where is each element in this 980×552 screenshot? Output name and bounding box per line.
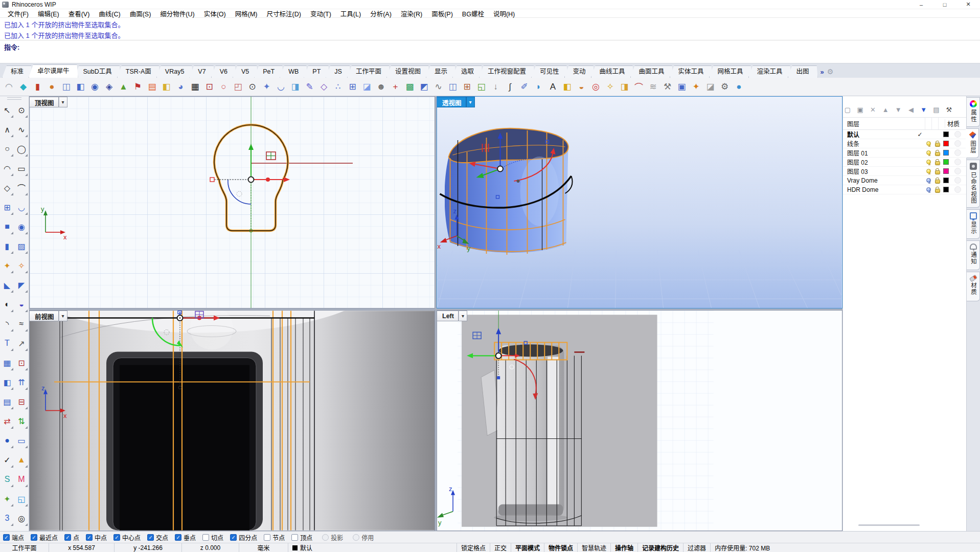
status-toggle[interactable]: 物件锁点 <box>544 543 578 552</box>
osnap-checkbox[interactable]: ✓ <box>230 534 237 541</box>
tab-overflow-icon[interactable]: » <box>821 68 824 76</box>
toolbar-icon[interactable]: ◕ <box>174 80 188 94</box>
osnap-checkbox[interactable]: ✓ <box>147 534 154 541</box>
menu-item[interactable]: BG螺栓 <box>458 9 489 18</box>
sidebar-tool-icon[interactable]: ⇈ <box>14 372 29 392</box>
toolbar-icon[interactable]: ◱ <box>474 80 488 94</box>
toolbar-icon[interactable]: ⊙ <box>245 80 259 94</box>
tab-settings-gear-icon[interactable]: ⚙ <box>827 68 834 76</box>
toolbar-icon[interactable]: ▲ <box>117 80 130 94</box>
layer-visibility-bulb-icon[interactable] <box>926 150 931 155</box>
minimize-button[interactable]: – <box>909 0 933 9</box>
toolbar-icon[interactable]: + <box>389 80 402 94</box>
osnap-checkbox[interactable]: ✓ <box>291 534 298 541</box>
menu-item[interactable]: 渲染(R) <box>396 9 427 18</box>
toolbar-icon[interactable]: ≋ <box>646 80 660 94</box>
sidebar-tool-icon[interactable]: ◯ <box>14 139 29 159</box>
toolbar-tab[interactable]: 卓尔谟犀牛 <box>29 64 78 78</box>
viewport-menu-arrow-icon[interactable]: ▾ <box>466 97 475 107</box>
toolbar-tab[interactable]: VRay5 <box>156 65 193 78</box>
sidebar-tool-icon[interactable]: ◇ <box>0 178 14 197</box>
panel-tool-icon[interactable]: ▼ <box>919 105 928 115</box>
menu-item[interactable]: 曲线(C) <box>94 9 125 18</box>
sidebar-tool-icon[interactable]: ✦ <box>0 256 14 275</box>
osnap-toggle[interactable]: ✓ 停用 <box>353 533 374 542</box>
sidebar-tool-icon[interactable]: ✓ <box>0 450 14 470</box>
toolbar-icon[interactable]: ◩ <box>417 80 431 94</box>
sidebar-tool-icon[interactable]: ⇅ <box>14 411 29 431</box>
osnap-toggle[interactable]: ✓ 节点 <box>264 533 285 542</box>
toolbar-icon[interactable]: ● <box>45 80 59 94</box>
sidebar-tool-icon[interactable]: ⇄ <box>0 411 14 431</box>
viewport-left[interactable]: Left ▾ <box>437 310 842 531</box>
viewport-left-label[interactable]: Left ▾ <box>437 311 467 321</box>
toolbar-icon[interactable]: ◆ <box>16 80 30 94</box>
layer-color-swatch[interactable] <box>943 141 949 146</box>
menu-item[interactable]: 说明(H) <box>489 9 519 18</box>
menu-item[interactable]: 细分物件(U) <box>155 9 199 18</box>
toolbar-tab[interactable]: V6 <box>211 65 236 78</box>
sidebar-tool-icon[interactable]: ■ <box>0 217 14 236</box>
toolbar-icon[interactable]: ▩ <box>403 80 417 94</box>
layer-lock-icon[interactable] <box>935 143 940 147</box>
toolbar-icon[interactable]: ◨ <box>618 80 631 94</box>
layer-color-swatch[interactable] <box>943 168 949 174</box>
toolbar-icon[interactable]: ○ <box>217 80 231 94</box>
panel-scrollbar[interactable] <box>858 524 920 526</box>
sidebar-tool-icon[interactable]: ◧ <box>0 372 14 392</box>
toolbar-tab[interactable]: TSR-A面 <box>117 65 160 78</box>
toolbar-tab[interactable]: 标准 <box>2 65 32 78</box>
layer-lock-icon[interactable] <box>935 180 940 184</box>
osnap-checkbox[interactable]: ✓ <box>202 534 209 541</box>
sidebar-tool-icon[interactable]: ▮ <box>0 236 14 256</box>
osnap-toggle[interactable]: ✓ 顶点 <box>291 533 312 542</box>
menu-item[interactable]: 尺寸标注(D) <box>262 9 306 18</box>
panel-tool-icon[interactable]: ▣ <box>856 105 865 115</box>
panel-tool-icon[interactable]: ▲ <box>881 105 890 115</box>
toolbar-tab[interactable]: 可见性 <box>531 65 568 78</box>
sidebar-tool-icon[interactable]: ▭ <box>14 431 29 450</box>
toolbar-tab[interactable]: 选取 <box>452 65 483 78</box>
layer-visibility-bulb-icon[interactable] <box>926 187 931 192</box>
viewport-menu-arrow-icon[interactable]: ▾ <box>59 97 67 107</box>
toolbar-icon[interactable]: ⚙ <box>718 80 732 94</box>
sidebar-tool-icon[interactable]: ◡ <box>14 197 29 217</box>
sidebar-tool-icon[interactable]: ▭ <box>14 159 29 178</box>
status-toggle[interactable]: 锁定格点 <box>457 543 490 552</box>
sidebar-tool-icon[interactable]: ⊟ <box>14 392 29 411</box>
sidebar-tool-icon[interactable]: ◐ <box>0 295 14 314</box>
toolbar-icon[interactable]: ◧ <box>159 80 173 94</box>
viewport-left-canvas[interactable]: z y <box>437 311 842 531</box>
sidebar-tool-icon[interactable]: T <box>0 334 14 353</box>
sidebar-tool-icon[interactable]: ▦ <box>0 353 14 372</box>
status-toggle[interactable]: 智慧轨迹 <box>578 543 611 552</box>
toolbar-tab[interactable]: JS <box>326 65 351 78</box>
status-toggle[interactable]: 记录建构历史 <box>638 543 683 552</box>
sidebar-tool-icon[interactable]: ✧ <box>14 256 29 275</box>
menu-item[interactable]: 查看(V) <box>64 9 95 18</box>
toolbar-icon[interactable]: ◧ <box>560 80 574 94</box>
panel-side-tab[interactable]: 通知 <box>967 240 980 270</box>
toolbar-tab[interactable]: V7 <box>189 65 214 78</box>
sidebar-tool-icon[interactable]: ◤ <box>14 275 29 295</box>
toolbar-icon[interactable]: ▮ <box>31 80 44 94</box>
osnap-toggle[interactable]: ✓ 端点 <box>3 533 24 542</box>
toolbar-icon[interactable]: ☻ <box>374 80 388 94</box>
layer-color-swatch[interactable] <box>943 178 949 183</box>
toolbar-tab[interactable]: 显示 <box>426 65 456 78</box>
toolbar-tab[interactable]: 变动 <box>564 65 595 78</box>
osnap-toggle[interactable]: ✓ 垂点 <box>175 533 196 542</box>
menu-item[interactable]: 实体(O) <box>199 9 231 18</box>
panel-tool-icon[interactable]: ? <box>957 105 966 115</box>
osnap-toggle[interactable]: ✓ 最近点 <box>31 533 58 542</box>
toolbar-tab[interactable]: WB <box>280 65 307 78</box>
osnap-checkbox[interactable]: ✓ <box>175 534 181 541</box>
toolbar-icon[interactable]: ▦ <box>188 80 202 94</box>
sidebar-tool-icon[interactable]: ✦ <box>0 489 14 509</box>
toolbar-icon[interactable]: ◰ <box>231 80 245 94</box>
panel-tool-icon[interactable]: ✕ <box>869 105 878 115</box>
osnap-checkbox[interactable]: ✓ <box>31 534 37 541</box>
viewport-front[interactable]: 前视图 ▾ <box>29 310 435 531</box>
status-toggle[interactable]: 操作轴 <box>611 543 638 552</box>
viewport-front-canvas[interactable]: z x <box>30 311 435 531</box>
